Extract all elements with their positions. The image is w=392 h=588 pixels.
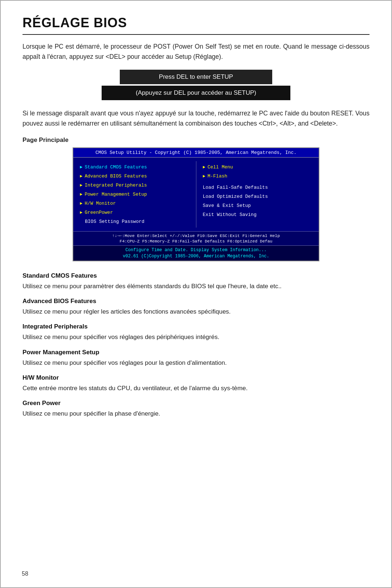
bios-footer-line1: ↑↓→←:Move Enter:Select +/-/:Value F10:Sa… bbox=[77, 233, 315, 238]
bios-bottom: Configure Time and Date. Display System … bbox=[73, 245, 319, 261]
arrow-icon: ► bbox=[203, 174, 205, 179]
bios-item-optimized[interactable]: Load Optimized Defaults bbox=[203, 192, 313, 201]
feature-section-hw-monitor: H/W MonitorCette entrée montre les statu… bbox=[23, 374, 369, 393]
page-number: 58 bbox=[22, 571, 28, 577]
page-title: RÉGLAGE BIOS bbox=[23, 15, 369, 35]
bios-bottom-line2: v02.61 (C)Copyright 1985-2006, American … bbox=[77, 254, 315, 259]
bios-footer-line2: F4:CPU-Z F5:Memory-Z F8:Fail-Safe Defaul… bbox=[77, 239, 315, 244]
bios-screen: CMOS Setup Utility - Copyright (C) 1985-… bbox=[73, 147, 319, 261]
appuyez-box: (Appuyez sur DEL pour accéder au SETUP) bbox=[102, 86, 290, 100]
arrow-icon: ► bbox=[80, 192, 82, 197]
bios-footer: ↑↓→←:Move Enter:Select +/-/:Value F10:Sa… bbox=[73, 231, 319, 245]
bios-header: CMOS Setup Utility - Copyright (C) 1985-… bbox=[73, 148, 319, 158]
feature-title-power-management: Power Management Setup bbox=[23, 349, 369, 356]
page-principale-title: Page Principale bbox=[23, 136, 369, 144]
feature-section-standard-cmos: Standard CMOS FeaturesUtilisez ce menu p… bbox=[23, 272, 369, 291]
bios-item-mflash[interactable]: ► M-Flash bbox=[203, 172, 313, 181]
feature-title-integrated-peripherals: Integrated Peripherals bbox=[23, 323, 369, 330]
arrow-icon: ► bbox=[80, 174, 82, 179]
feature-title-advanced-bios: Advanced BIOS Features bbox=[23, 298, 369, 305]
bios-item-hw[interactable]: ► H/W Monitor bbox=[80, 199, 189, 208]
feature-desc-power-management: Utilisez ce menu pour spécifier vos régl… bbox=[23, 358, 369, 368]
feature-section-advanced-bios: Advanced BIOS FeaturesUtilisez ce menu p… bbox=[23, 298, 369, 317]
bios-item-advanced[interactable]: ► Advanced BIOS Features bbox=[80, 172, 189, 181]
bios-item-power[interactable]: ► Power Management Setup bbox=[80, 190, 189, 199]
bios-item-password[interactable]: BIOS Setting Password bbox=[80, 217, 189, 226]
arrow-icon: ► bbox=[203, 165, 205, 170]
intro-text: Lorsque le PC est démarré, le processeur… bbox=[23, 41, 369, 62]
bios-item-cell[interactable]: ► Cell Menu bbox=[203, 163, 313, 172]
arrow-icon: ► bbox=[80, 210, 82, 215]
feature-desc-green-power: Utilisez ce menu pour spécifier la phase… bbox=[23, 409, 369, 418]
bios-item-save-exit[interactable]: Save & Exit Setup bbox=[203, 201, 313, 210]
arrow-icon: ► bbox=[80, 165, 82, 170]
bios-left-col: ► Standard CMOS Features ► Advanced BIOS… bbox=[73, 161, 196, 228]
feature-title-green-power: Green Power bbox=[23, 400, 369, 407]
bios-item-standard[interactable]: ► Standard CMOS Features bbox=[80, 163, 189, 172]
bios-item-failsafe[interactable]: Load Fail-Safe Defaults bbox=[203, 183, 313, 192]
press-del-box: Press DEL to enter SETUP bbox=[120, 70, 272, 84]
feature-section-integrated-peripherals: Integrated PeripheralsUtilisez ce menu p… bbox=[23, 323, 369, 342]
bios-item-green[interactable]: ► GreenPower bbox=[80, 208, 189, 217]
feature-section-power-management: Power Management SetupUtilisez ce menu p… bbox=[23, 349, 369, 368]
arrow-icon: ► bbox=[80, 201, 82, 206]
feature-desc-advanced-bios: Utilisez ce menu pour régler les article… bbox=[23, 307, 369, 317]
bios-item-integrated[interactable]: ► Integrated Peripherals bbox=[80, 181, 189, 190]
features-container: Standard CMOS FeaturesUtilisez ce menu p… bbox=[23, 272, 369, 418]
second-para: Si le message disparaît avant que vous n… bbox=[23, 108, 369, 128]
bios-item-exit-nosave[interactable]: Exit Without Saving bbox=[203, 210, 313, 219]
arrow-icon: ► bbox=[80, 183, 82, 188]
bios-screen-wrapper: CMOS Setup Utility - Copyright (C) 1985-… bbox=[73, 147, 319, 261]
feature-desc-hw-monitor: Cette entrée montre les statuts du CPU, … bbox=[23, 383, 369, 393]
feature-title-standard-cmos: Standard CMOS Features bbox=[23, 272, 369, 279]
feature-title-hw-monitor: H/W Monitor bbox=[23, 374, 369, 381]
feature-desc-integrated-peripherals: Utilisez ce menu pour spécifier vos régl… bbox=[23, 332, 369, 342]
bios-right-col: ► Cell Menu ► M-Flash Load Fail-Safe Def… bbox=[196, 161, 319, 228]
feature-desc-standard-cmos: Utilisez ce menu pour paramètrer des élé… bbox=[23, 281, 369, 291]
feature-section-green-power: Green PowerUtilisez ce menu pour spécifi… bbox=[23, 400, 369, 418]
bios-bottom-line1: Configure Time and Date. Display System … bbox=[77, 248, 315, 253]
bios-body: ► Standard CMOS Features ► Advanced BIOS… bbox=[73, 158, 319, 231]
